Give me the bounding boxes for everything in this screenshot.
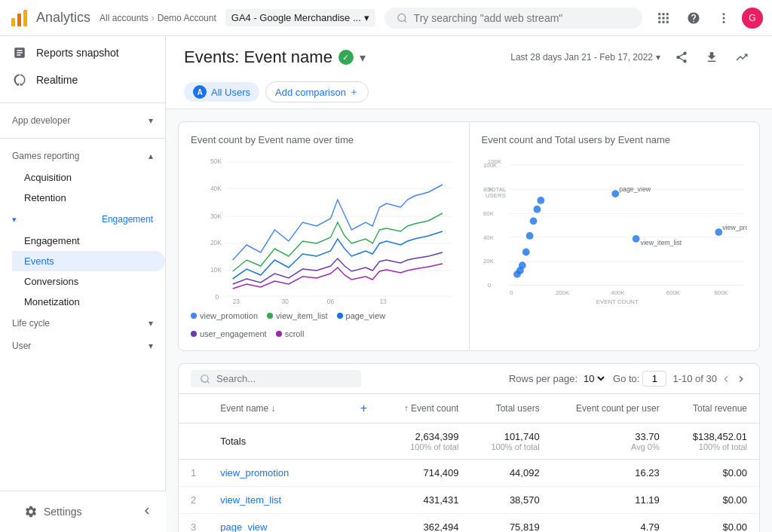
svg-rect-10 <box>666 17 669 19</box>
sidebar-item-events[interactable]: Events <box>12 251 165 271</box>
search-input[interactable] <box>414 12 630 24</box>
th-total-users[interactable]: Total users <box>470 394 551 423</box>
sidebar-top-section: Reports snapshot Realtime <box>0 36 165 96</box>
line-chart-title: Event count by Event name over time <box>191 134 457 145</box>
sidebar-item-conversions[interactable]: Conversions <box>12 271 165 292</box>
insights-icon-btn[interactable] <box>730 45 754 69</box>
row-event-name[interactable]: page_view <box>208 514 348 533</box>
breadcrumb-all[interactable]: All accounts <box>100 13 149 23</box>
svg-text:30K: 30K <box>210 212 222 220</box>
goto: Go to: <box>613 371 666 387</box>
scatter-chart-svg: 100K TOTAL USERS 100K 80K 60K 40K 20K 0 <box>482 154 748 313</box>
table-search-icon <box>200 374 210 384</box>
app-title: Analytics <box>36 10 90 26</box>
th-event-count[interactable]: ↑ Event count <box>383 394 471 423</box>
add-comparison-btn[interactable]: Add comparison ＋ <box>265 81 369 102</box>
status-badge: ✓ <box>339 50 354 65</box>
search-bar[interactable] <box>384 8 642 29</box>
svg-rect-13 <box>666 20 669 23</box>
svg-point-16 <box>723 20 725 23</box>
event-name-link[interactable]: page_view <box>220 521 267 532</box>
totals-count-per-user: 33.70 Avg 0% <box>552 423 672 460</box>
th-event-name[interactable]: Event name ↓ <box>208 394 348 423</box>
svg-point-14 <box>723 13 725 15</box>
th-count-per-user[interactable]: Event count per user <box>552 394 672 423</box>
svg-rect-11 <box>658 20 660 23</box>
th-add-metric[interactable]: + <box>348 394 383 423</box>
goto-input[interactable] <box>642 371 666 387</box>
share-icon-btn[interactable] <box>669 45 694 69</box>
sidebar-item-engagement[interactable]: Engagement <box>12 231 165 251</box>
svg-point-63 <box>537 197 544 204</box>
prev-page-btn[interactable] <box>720 373 732 385</box>
row-total-users: 44,092 <box>470 460 551 487</box>
svg-line-71 <box>207 381 210 383</box>
svg-line-4 <box>404 20 406 22</box>
row-num: 3 <box>179 514 208 533</box>
top-nav: Analytics All accounts › Demo Account GA… <box>0 0 772 36</box>
collapse-button[interactable] <box>140 504 154 520</box>
svg-text:USERS: USERS <box>485 192 505 199</box>
totals-event-count-val: 2,634,399 <box>415 431 459 442</box>
charts-area: Event count by Event name over time 50K … <box>178 121 760 351</box>
row-event-name[interactable]: view_item_list <box>208 487 348 514</box>
next-page-btn[interactable] <box>735 373 747 385</box>
svg-text:100K: 100K <box>482 162 497 169</box>
breadcrumb-sep: › <box>152 13 155 23</box>
svg-rect-0 <box>11 18 15 26</box>
title-dropdown-icon[interactable]: ▾ <box>360 50 366 65</box>
svg-rect-6 <box>663 13 665 15</box>
svg-text:13: 13 <box>379 298 386 305</box>
sidebar-item-acquisition[interactable]: Acquisition <box>12 167 165 188</box>
totals-num-cell <box>179 423 208 460</box>
event-name-link[interactable]: view_promotion <box>220 467 289 478</box>
games-chevron-icon: ▴ <box>149 151 153 161</box>
help-icon[interactable] <box>682 6 706 30</box>
settings-label: Settings <box>44 506 82 518</box>
sidebar-item-realtime[interactable]: Realtime <box>0 66 165 93</box>
row-event-count: 714,409 <box>383 460 471 487</box>
page-info: 1-10 of 30 <box>672 373 717 384</box>
reports-label: Reports snapshot <box>36 47 119 59</box>
row-total-revenue: $0.00 <box>672 487 759 514</box>
app-developer-chevron-icon: ▾ <box>149 115 153 126</box>
breadcrumb-demo[interactable]: Demo Account <box>158 13 216 23</box>
svg-text:400K: 400K <box>611 289 625 296</box>
export-icon-btn[interactable] <box>700 45 724 69</box>
line-chart-container: 50K 40K 30K 20K 10K 0 23 <box>191 154 457 305</box>
svg-text:Feb: Feb <box>323 304 335 305</box>
rows-per-page-label: Rows per page: <box>509 373 577 384</box>
sidebar-user[interactable]: User ▾ <box>0 335 165 357</box>
collapse-icon <box>140 504 154 518</box>
totals-label: Totals <box>220 436 246 447</box>
totals-count-per-user-sub: Avg 0% <box>564 442 660 451</box>
table-search[interactable] <box>191 370 361 387</box>
rows-per-page-select[interactable]: 10 25 50 <box>581 372 607 385</box>
table-search-input[interactable] <box>216 373 352 384</box>
apps-icon[interactable] <box>651 6 676 30</box>
totals-row: Totals 2,634,399 100% of total 101,740 1… <box>179 423 759 460</box>
row-event-name[interactable]: view_promotion <box>208 460 348 487</box>
sidebar-item-retention[interactable]: Retention <box>12 188 165 208</box>
svg-point-70 <box>201 375 208 381</box>
svg-rect-1 <box>17 14 21 26</box>
content-header-top: Events: Event name ✓ ▾ Last 28 days Jan … <box>184 45 754 75</box>
line-chart-legend: view_promotion view_item_list page_view … <box>191 311 457 338</box>
all-users-chip[interactable]: A All Users <box>184 82 259 102</box>
event-name-link[interactable]: view_item_list <box>220 494 281 506</box>
settings-link[interactable]: Settings <box>12 499 94 524</box>
sidebar-engagement-category[interactable]: ▾ Engagement <box>0 208 165 231</box>
date-range[interactable]: Last 28 days Jan 21 - Feb 17, 2022 ▾ <box>510 52 660 63</box>
svg-text:view_item_list: view_item_list <box>640 239 682 246</box>
sidebar-app-developer[interactable]: App developer ▾ <box>0 109 165 132</box>
more-icon[interactable] <box>712 6 736 30</box>
sidebar-lifecycle[interactable]: Life cycle ▾ <box>0 312 165 335</box>
scatter-chart-title: Event count and Total users by Event nam… <box>482 134 748 145</box>
sidebar-item-monetization[interactable]: Monetization <box>12 292 165 312</box>
sidebar-item-reports[interactable]: Reports snapshot <box>0 39 165 66</box>
avatar[interactable]: G <box>742 8 763 29</box>
account-selector[interactable]: GA4 - Google Merchandise ... ▾ <box>225 9 375 26</box>
sidebar-games-reporting[interactable]: Games reporting ▴ <box>0 145 165 167</box>
th-total-revenue[interactable]: Total revenue <box>672 394 759 423</box>
svg-point-66 <box>715 228 722 236</box>
